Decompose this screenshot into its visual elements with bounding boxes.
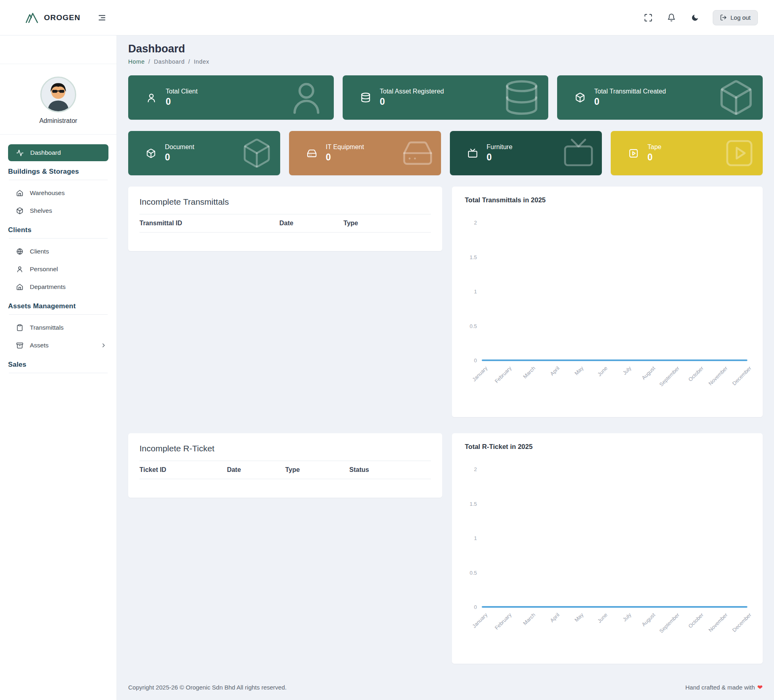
archive-icon xyxy=(16,342,23,349)
stat-card-furniture: Furniture 0 xyxy=(450,131,602,175)
stat-label: Total Client xyxy=(166,88,198,95)
sidebar-item-departments[interactable]: Departments xyxy=(0,278,117,296)
heart-icon: ❤ xyxy=(757,683,763,691)
menu-icon[interactable] xyxy=(94,10,110,25)
user-icon xyxy=(146,92,157,103)
x-axis-month-label: November xyxy=(707,612,728,633)
stat-text: Furniture 0 xyxy=(487,143,512,163)
x-axis-month-label: December xyxy=(731,365,753,386)
x-axis-month-label: October xyxy=(687,612,704,629)
breadcrumb-separator: / xyxy=(148,58,150,65)
incomplete-rticket-card: Incomplete R-Ticket Ticket ID Date Type … xyxy=(128,433,442,498)
column-header: Type xyxy=(343,214,431,233)
breadcrumb: Home / Dashboard / Index xyxy=(128,58,763,65)
chart-data-line xyxy=(483,222,747,360)
dark-mode-icon[interactable] xyxy=(686,9,704,27)
nav-label: Clients xyxy=(30,248,49,255)
nav-section-heading-sales: Sales xyxy=(8,361,108,369)
server-icon xyxy=(307,148,317,158)
transmittals-table: Transmittal ID Date Type xyxy=(139,214,431,251)
logout-button[interactable]: Log out xyxy=(713,10,758,25)
nav-label: Departments xyxy=(30,283,66,291)
x-axis-month-label: August xyxy=(641,612,656,627)
stat-card-document: Document 0 xyxy=(128,131,280,175)
sidebar-item-personnel[interactable]: Personnel xyxy=(0,260,117,278)
stat-label: Total Asset Registered xyxy=(380,88,444,95)
database-icon xyxy=(360,92,371,103)
copyright-text: Copyright 2025-26 © Orogenic Sdn Bhd All… xyxy=(128,684,287,691)
y-axis-tick-label: 1 xyxy=(474,289,477,295)
sidebar-top-spacer xyxy=(0,35,117,64)
stats-row-secondary: Document 0 IT Equipment 0 xyxy=(128,131,763,175)
sidebar-item-warehouses[interactable]: Warehouses xyxy=(0,184,117,202)
chart-title: Total R-Ticket in 2025 xyxy=(462,443,753,451)
stat-label: Document xyxy=(165,143,194,151)
x-axis-month-label: January xyxy=(471,365,488,382)
sidebar-item-dashboard[interactable]: Dashboard xyxy=(8,144,108,161)
nav-label: Dashboard xyxy=(30,149,61,156)
package-icon xyxy=(16,207,23,214)
stat-label: Tape xyxy=(647,143,662,151)
stat-text: Total Transmittal Created 0 xyxy=(594,88,666,107)
x-axis-month-label: October xyxy=(687,365,704,382)
user-role-label: Administrator xyxy=(0,117,117,125)
stat-value: 0 xyxy=(165,152,194,163)
divider xyxy=(9,180,108,180)
nav-section-heading-clients: Clients xyxy=(8,226,108,234)
divider xyxy=(9,238,108,239)
column-header: Ticket ID xyxy=(139,461,227,479)
stat-value: 0 xyxy=(326,152,364,163)
tv-watermark-icon xyxy=(562,137,595,169)
stat-label: Total Transmittal Created xyxy=(594,88,666,95)
credit-text: Hand crafted & made with ❤ xyxy=(685,683,763,691)
package-watermark-icon xyxy=(241,137,273,169)
stat-card-tape: Tape 0 xyxy=(611,131,763,175)
x-axis-month-label: February xyxy=(493,365,512,384)
divider xyxy=(9,314,108,315)
stat-card-total-client: Total Client 0 xyxy=(128,75,334,120)
sidebar-item-transmittals[interactable]: Transmittals xyxy=(0,319,117,336)
user-icon xyxy=(16,266,23,273)
column-header: Status xyxy=(350,461,431,479)
database-watermark-icon xyxy=(502,78,541,117)
logout-icon xyxy=(720,14,727,21)
credit-label: Hand crafted & made with xyxy=(685,684,755,691)
x-axis-month-label: April xyxy=(549,365,560,377)
x-axis-month-label: February xyxy=(493,612,512,631)
divider xyxy=(9,373,108,373)
breadcrumb-home-link[interactable]: Home xyxy=(128,58,145,65)
nav-label: Warehouses xyxy=(30,189,64,197)
x-axis-month-label: January xyxy=(471,612,488,629)
transmittals-chart-card: Total Transmittals in 2025 00.511.52Janu… xyxy=(452,187,763,417)
sidebar-item-assets[interactable]: Assets xyxy=(0,336,117,354)
x-axis-month-label: March xyxy=(522,612,537,626)
sidebar-item-clients[interactable]: Clients xyxy=(0,243,117,260)
bell-icon[interactable] xyxy=(663,9,680,27)
transmittals-line-chart: 00.511.52JanuaryFebruaryMarchAprilMayJun… xyxy=(483,222,747,360)
video-icon xyxy=(628,148,639,158)
globe-icon xyxy=(16,248,23,255)
sidebar-item-shelves[interactable]: Shelves xyxy=(0,202,117,220)
nav-label: Personnel xyxy=(30,266,58,273)
stat-card-total-asset: Total Asset Registered 0 xyxy=(343,75,548,120)
stat-card-total-transmittal: Total Transmittal Created 0 xyxy=(557,75,763,120)
column-header: Type xyxy=(285,461,349,479)
main-content: Dashboard Home / Dashboard / Index Total… xyxy=(117,35,774,700)
topbar-actions: Log out xyxy=(639,9,758,27)
fullscreen-icon[interactable] xyxy=(639,9,657,27)
logout-label: Log out xyxy=(730,14,751,21)
stat-card-it-equipment: IT Equipment 0 xyxy=(289,131,441,175)
stat-value: 0 xyxy=(647,152,662,163)
stat-label: IT Equipment xyxy=(326,143,364,151)
y-axis-tick-label: 1 xyxy=(474,535,477,541)
x-axis-month-label: December xyxy=(731,612,753,633)
y-axis-tick-label: 0.5 xyxy=(470,569,477,575)
y-axis-tick-label: 0 xyxy=(474,604,477,610)
content-row-1: Incomplete Transmittals Transmittal ID D… xyxy=(128,187,763,417)
x-axis-month-label: November xyxy=(707,365,728,386)
stat-value: 0 xyxy=(594,96,666,107)
page-title: Dashboard xyxy=(128,43,763,55)
column-header: Date xyxy=(279,214,343,233)
activity-icon xyxy=(16,149,24,157)
chevron-right-icon xyxy=(100,342,107,349)
